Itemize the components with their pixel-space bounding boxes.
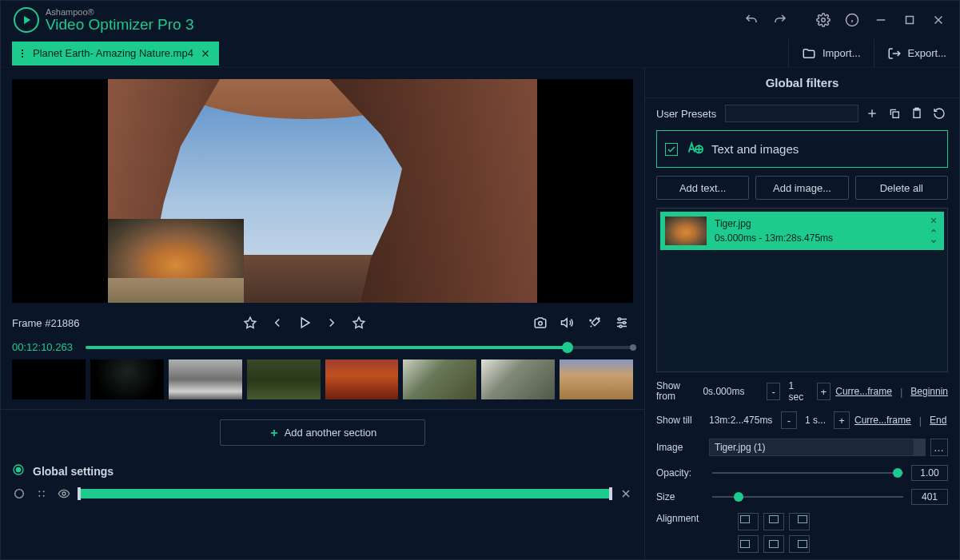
show-from-value: 0s.000ms (703, 386, 761, 397)
svg-point-14 (599, 318, 600, 320)
overlay-move-down-icon[interactable] (928, 236, 939, 246)
overlay-timerange: 0s.000ms - 13m:28s.475ms (715, 232, 833, 244)
brand-text: Ashampoo® Video Optimizer Pro 3 (46, 7, 194, 34)
timeline-record-icon[interactable] (12, 487, 26, 501)
overlay-list-item[interactable]: Tiger.jpg 0s.000ms - 13m:28s.475ms (660, 212, 944, 250)
svg-point-1 (822, 18, 826, 22)
close-window-button[interactable] (924, 7, 953, 33)
show-from-inc[interactable]: + (817, 383, 831, 400)
current-frame-link-2[interactable]: Curre...frame (854, 415, 911, 426)
size-slider[interactable] (712, 496, 903, 498)
overlay-image[interactable] (108, 219, 244, 303)
svg-rect-6 (906, 17, 914, 24)
play-button[interactable] (293, 312, 316, 334)
timeline-clip[interactable] (79, 489, 611, 498)
filter-enabled-checkbox[interactable] (665, 143, 678, 156)
thumbnail[interactable] (325, 359, 399, 399)
delete-all-button[interactable]: Delete all (855, 176, 948, 200)
prev-frame-button[interactable] (266, 312, 289, 334)
alignment-label: Alignment (656, 513, 704, 524)
thumbnail[interactable] (403, 359, 476, 399)
preset-copy-button[interactable] (886, 105, 903, 122)
overlay-move-up-icon[interactable] (928, 226, 939, 236)
next-frame-button[interactable] (321, 312, 343, 334)
preset-add-button[interactable] (863, 105, 881, 122)
beginning-link[interactable]: Beginnin (910, 386, 948, 397)
show-till-dec[interactable]: - (781, 411, 797, 429)
show-till-inc[interactable]: + (834, 411, 850, 429)
show-from-dec[interactable]: - (767, 383, 781, 400)
timeline-delete-icon[interactable] (619, 487, 633, 501)
brand-main: Video Optimizer Pro 3 (46, 17, 194, 34)
preset-reset-button[interactable] (930, 105, 948, 122)
mark-in-button[interactable] (239, 312, 261, 334)
add-text-button[interactable]: Add text... (656, 176, 749, 200)
mark-out-button[interactable] (348, 312, 370, 334)
align-middle-left[interactable] (738, 535, 759, 553)
transport-bar: Frame #21886 (12, 308, 633, 338)
preset-paste-button[interactable] (908, 105, 926, 122)
image-select[interactable]: Tiger.jpg (1) (709, 439, 926, 456)
titlebar: Ashampoo® Video Optimizer Pro 3 (1, 1, 959, 39)
global-settings-header[interactable]: Global settings (12, 463, 633, 479)
svg-point-27 (38, 490, 40, 492)
minimize-button[interactable] (866, 7, 895, 33)
align-middle-center[interactable] (763, 535, 784, 553)
align-top-right[interactable] (789, 513, 810, 530)
show-from-step: 1 sec (785, 380, 811, 403)
video-preview[interactable] (12, 79, 633, 303)
end-link[interactable]: End (930, 415, 946, 426)
thumbnail[interactable] (12, 359, 86, 399)
import-button[interactable]: Import... (788, 39, 874, 68)
export-button[interactable]: Export... (874, 39, 959, 68)
adjustments-button[interactable] (611, 312, 633, 334)
effects-button[interactable] (584, 312, 606, 334)
maximize-button[interactable] (895, 7, 924, 33)
align-middle-right[interactable] (789, 535, 810, 553)
scrubber-track[interactable] (86, 346, 633, 349)
audio-button[interactable] (556, 312, 579, 334)
add-section-button[interactable]: Add another section (220, 419, 426, 446)
snapshot-button[interactable] (529, 312, 552, 334)
radio-icon (12, 463, 25, 479)
image-more-button[interactable]: … (930, 439, 948, 456)
align-top-center[interactable] (763, 513, 784, 530)
global-settings-title: Global settings (33, 465, 114, 478)
undo-button[interactable] (737, 6, 766, 34)
svg-point-26 (15, 490, 24, 498)
current-frame-link[interactable]: Curre...frame (835, 386, 892, 397)
timeline-visibility-icon[interactable] (57, 487, 71, 501)
settings-button[interactable] (809, 6, 838, 34)
frame-number-label: Frame #21886 (12, 317, 80, 329)
opacity-slider[interactable] (712, 472, 903, 474)
file-tab[interactable]: Planet Earth- Amazing Nature.mp4 (12, 42, 219, 66)
thumbnail[interactable] (560, 359, 633, 399)
size-label: Size (656, 491, 704, 502)
show-till-value: 13m:2...475ms (709, 415, 776, 426)
scrubber-thumb[interactable] (562, 342, 573, 353)
opacity-value[interactable]: 1.00 (911, 465, 948, 481)
redo-button[interactable] (766, 6, 795, 34)
tab-close-button[interactable] (200, 48, 211, 59)
thumbnail[interactable] (247, 359, 321, 399)
thumbnail-strip[interactable] (12, 359, 633, 399)
tab-drag-handle-icon[interactable] (22, 50, 26, 58)
tab-filename: Planet Earth- Amazing Nature.mp4 (33, 47, 193, 59)
size-value[interactable]: 401 (911, 489, 948, 505)
preset-select[interactable] (725, 105, 858, 122)
tab-bar: Planet Earth- Amazing Nature.mp4 Import.… (1, 39, 959, 68)
align-top-left[interactable] (738, 513, 759, 530)
svg-marker-11 (301, 318, 309, 328)
info-button[interactable] (838, 6, 866, 34)
add-image-button[interactable]: Add image... (755, 176, 848, 200)
right-panel-title: Global filters (645, 68, 959, 98)
thumbnail[interactable] (169, 359, 242, 399)
thumbnail[interactable] (90, 359, 164, 399)
overlay-remove-icon[interactable] (928, 216, 939, 225)
svg-point-15 (590, 320, 592, 321)
import-label: Import... (823, 47, 861, 59)
timeline-grip-icon[interactable] (34, 487, 49, 501)
add-section-label: Add another section (285, 427, 377, 439)
thumbnail[interactable] (481, 359, 555, 399)
filter-section-header[interactable]: Text and images (656, 130, 948, 168)
